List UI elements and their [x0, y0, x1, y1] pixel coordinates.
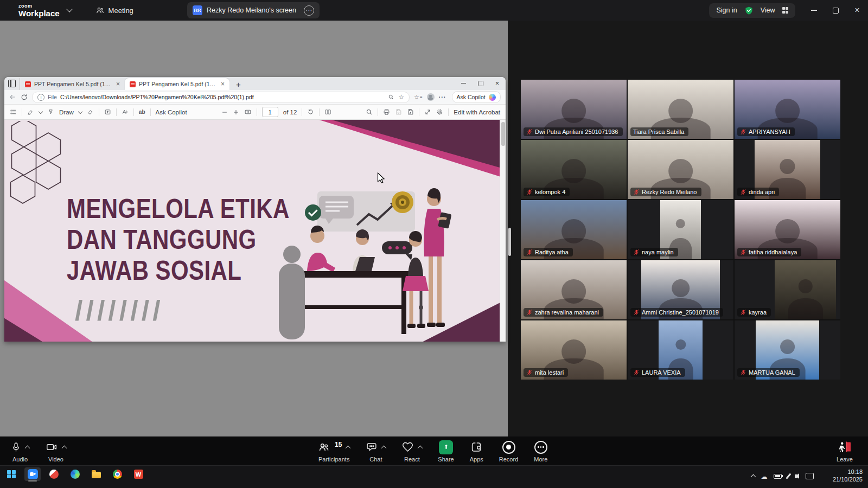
- media-taskbar-icon[interactable]: [46, 467, 62, 481]
- participant-tile[interactable]: Dwi Putra Apriliani 2501071936: [521, 80, 627, 139]
- start-taskbar-icon[interactable]: [3, 467, 20, 481]
- browser-tab-1[interactable]: PPT Pengamen Kel 5.pdf (1).pdf ×: [20, 78, 125, 90]
- eraser-icon[interactable]: [87, 108, 94, 115]
- page-number-input[interactable]: [262, 107, 278, 117]
- participant-tile[interactable]: kayraa: [735, 260, 840, 319]
- chrome-taskbar-icon[interactable]: [109, 467, 125, 481]
- participant-tile[interactable]: kelompok 4: [521, 140, 627, 199]
- tab-close-icon[interactable]: ×: [221, 81, 225, 87]
- wps-taskbar-icon[interactable]: W: [130, 467, 146, 481]
- tab-options-icon[interactable]: ···: [304, 5, 314, 16]
- record-button[interactable]: Record: [499, 440, 518, 463]
- battery-tray-icon[interactable]: [774, 474, 782, 479]
- view-grid-icon[interactable]: [782, 7, 789, 14]
- browser-restore-button[interactable]: [472, 81, 489, 86]
- sign-in-button[interactable]: Sign in: [716, 7, 737, 14]
- participant-tile[interactable]: APRIYANSYAH: [735, 80, 840, 139]
- view-button[interactable]: View: [761, 7, 775, 14]
- participant-tile[interactable]: dinda apri: [735, 140, 840, 199]
- apps-button[interactable]: Apps: [470, 440, 483, 463]
- highlighter-chevron-icon[interactable]: [39, 109, 43, 113]
- pdf-search-icon[interactable]: [366, 108, 373, 115]
- share-button[interactable]: Share: [438, 440, 454, 463]
- translate-icon[interactable]: ab: [139, 109, 145, 115]
- draw-pen-icon[interactable]: [47, 108, 54, 115]
- taskbar-clock[interactable]: 10:18 21/10/2025: [833, 468, 863, 483]
- toc-icon[interactable]: [10, 108, 17, 115]
- browser-close-button[interactable]: ×: [489, 80, 506, 87]
- chat-button[interactable]: Chat: [366, 440, 386, 463]
- refresh-icon[interactable]: [21, 94, 28, 101]
- read-aloud-icon[interactable]: [122, 108, 129, 115]
- video-button[interactable]: Video: [46, 440, 66, 463]
- save-as-icon[interactable]: [407, 108, 414, 115]
- collections-icon[interactable]: ☆≡: [414, 94, 423, 101]
- edit-with-acrobat-button[interactable]: Edit with Acrobat: [454, 109, 500, 115]
- security-shield-icon[interactable]: [744, 6, 754, 15]
- participants-caret-icon[interactable]: [346, 446, 351, 451]
- print-icon[interactable]: [383, 108, 390, 115]
- settings-gear-icon[interactable]: [436, 108, 443, 115]
- chat-caret-icon[interactable]: [381, 446, 387, 451]
- more-button[interactable]: More: [534, 440, 547, 463]
- participant-tile[interactable]: Rezky Redo Meilano: [628, 140, 733, 199]
- fullscreen-icon[interactable]: [424, 108, 431, 115]
- tab-meeting[interactable]: Meeting: [95, 6, 133, 15]
- browser-tab-2[interactable]: PPT Pengamen Kel 5.pdf (1).pdf ×: [125, 78, 229, 90]
- pen-tray-icon[interactable]: [786, 473, 791, 479]
- chevron-tray-icon[interactable]: [750, 474, 756, 479]
- page-view-icon[interactable]: [324, 108, 331, 115]
- video-options-caret-icon[interactable]: [62, 446, 67, 451]
- minimize-button[interactable]: [803, 0, 825, 21]
- cast-tray-icon[interactable]: [806, 473, 814, 479]
- participants-button[interactable]: 15 Participants: [318, 440, 350, 463]
- participant-tile[interactable]: naya maylin: [628, 200, 733, 259]
- fit-width-icon[interactable]: [244, 108, 252, 115]
- new-tab-button[interactable]: +: [236, 80, 241, 88]
- zoom-in-icon[interactable]: [233, 109, 239, 115]
- info-icon[interactable]: i: [37, 94, 44, 101]
- files-taskbar-icon[interactable]: [88, 467, 104, 481]
- participant-tile[interactable]: fatiha riddhaialaya: [735, 200, 840, 259]
- highlighter-icon[interactable]: [27, 108, 34, 115]
- search-icon[interactable]: [388, 94, 394, 100]
- favorite-star-icon[interactable]: ☆: [398, 94, 404, 100]
- participant-tile[interactable]: Ammi Christine_2501071019: [628, 260, 733, 319]
- profile-avatar-icon[interactable]: [427, 93, 435, 101]
- workspace-chevron-icon[interactable]: [66, 6, 72, 12]
- tab-close-icon[interactable]: ×: [116, 81, 120, 87]
- pdf-ask-copilot-button[interactable]: Ask Copilot: [156, 109, 187, 115]
- rotate-icon[interactable]: [307, 108, 314, 115]
- restore-button[interactable]: [825, 0, 846, 21]
- cloud-tray-icon[interactable]: [761, 471, 768, 481]
- browser-minimize-button[interactable]: [455, 83, 472, 84]
- text-box-icon[interactable]: [104, 108, 111, 115]
- react-caret-icon[interactable]: [418, 446, 423, 451]
- audio-options-caret-icon[interactable]: [25, 446, 30, 451]
- share-scrollbar[interactable]: [508, 228, 511, 256]
- participant-tile[interactable]: zahra revalina maharani: [521, 260, 627, 319]
- edge-taskbar-icon[interactable]: [67, 467, 83, 481]
- participant-tile[interactable]: mita lestari: [521, 320, 627, 380]
- pdf-scrollbar[interactable]: [500, 120, 506, 342]
- zoom-out-icon[interactable]: [221, 109, 228, 115]
- save-icon[interactable]: [395, 108, 402, 115]
- back-icon[interactable]: [9, 93, 16, 101]
- participant-tile[interactable]: Raditya atha: [521, 200, 627, 259]
- zoom-taskbar-icon[interactable]: [24, 467, 41, 481]
- pdf-scroll-thumb[interactable]: [501, 122, 505, 146]
- participant-tile[interactable]: MARTUA GANAL: [735, 320, 840, 380]
- audio-button[interactable]: Audio: [11, 440, 29, 463]
- close-button[interactable]: ×: [846, 0, 868, 21]
- draw-label[interactable]: Draw: [59, 109, 74, 115]
- address-input[interactable]: i File C:/Users/lenovo/Downloads/PPT%20P…: [32, 92, 410, 103]
- tab-screen-share[interactable]: RR Rezky Redo Meilano's screen ···: [187, 2, 320, 18]
- browser-menu-icon[interactable]: ···: [439, 94, 446, 100]
- volume-tray-icon[interactable]: [795, 474, 797, 478]
- react-button[interactable]: React: [401, 440, 422, 463]
- participant-tile[interactable]: LAURA VEXIA: [628, 320, 733, 380]
- participant-tile[interactable]: Tiara Prisca Sabilla: [628, 80, 733, 139]
- tab-actions-button[interactable]: [4, 77, 20, 90]
- leave-button[interactable]: Leave: [837, 440, 853, 463]
- draw-chevron-icon[interactable]: [78, 109, 82, 113]
